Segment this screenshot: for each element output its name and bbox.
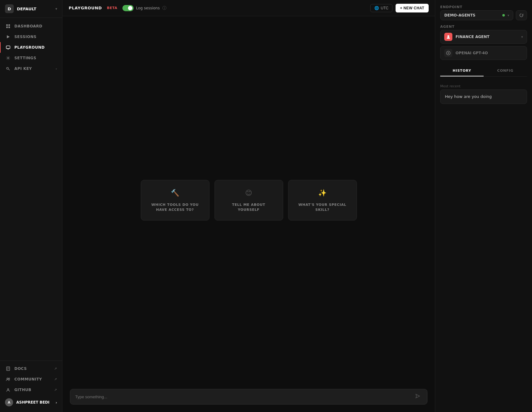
user-avatar: A: [5, 398, 13, 406]
playground-icon: [6, 45, 11, 50]
chat-input-wrap: [62, 384, 435, 412]
endpoint-section: ENDPOINT DEMO-AGENTS ▾: [440, 5, 527, 20]
toggle-switch[interactable]: [122, 5, 134, 11]
svg-point-11: [7, 389, 9, 390]
suggestion-card-skill[interactable]: ✨ WHAT'S YOUR SPECIAL SKILL?: [288, 180, 357, 221]
sidebar-item-settings[interactable]: SETTINGS: [0, 53, 62, 63]
sidebar-item-label: API KEY: [14, 66, 32, 71]
user-profile[interactable]: A ASHPREET BEDI ›: [0, 395, 62, 410]
skill-card-text: WHAT'S YOUR SPECIAL SKILL?: [295, 202, 350, 213]
tools-card-icon: 🔨: [171, 189, 179, 197]
endpoint-row: DEMO-AGENTS ▾: [440, 10, 527, 20]
endpoint-select[interactable]: DEMO-AGENTS ▾: [440, 10, 513, 20]
info-icon[interactable]: ⓘ: [162, 5, 166, 11]
sidebar-item-github[interactable]: GITHUB ↗: [0, 385, 62, 395]
community-icon: [6, 377, 11, 382]
svg-rect-0: [6, 24, 8, 26]
api-key-icon: [6, 66, 11, 71]
sidebar-item-dashboard[interactable]: DASHBOARD: [0, 21, 62, 32]
svg-marker-4: [7, 35, 10, 38]
log-sessions-label: Log sessions: [136, 6, 160, 10]
github-external-icon: ↗: [54, 388, 57, 392]
about-card-icon: 😊: [245, 189, 252, 197]
agent-name: FINANCE AGENT: [456, 35, 518, 39]
skill-card-icon: ✨: [318, 189, 327, 197]
docs-icon: [6, 366, 11, 371]
sidebar-item-api-key[interactable]: API KEY ›: [0, 63, 62, 74]
agent-icon: [444, 33, 452, 41]
svg-point-9: [7, 378, 8, 379]
suggestion-cards: 🔨 WHICH TOOLS DO YOU HAVE ACCESS TO? 😊 T…: [131, 180, 367, 221]
docs-external-icon: ↗: [54, 367, 57, 371]
globe-icon: 🌐: [374, 6, 379, 10]
endpoint-section-label: ENDPOINT: [440, 5, 527, 9]
sidebar-nav: DASHBOARD SESSIONS PLAYGROUND SETTINGS A…: [0, 18, 62, 361]
svg-rect-3: [8, 27, 10, 28]
sidebar-item-label: PLAYGROUND: [14, 45, 45, 50]
refresh-button[interactable]: [516, 10, 527, 20]
tab-config[interactable]: CONFIG: [484, 65, 527, 76]
svg-rect-5: [6, 46, 10, 49]
sidebar-bottom: DOCS ↗ COMMUNITY ↗ GITHUB ↗ A ASHPREET B…: [0, 361, 62, 412]
utc-button[interactable]: 🌐 UTC: [370, 4, 393, 12]
suggestion-card-about[interactable]: 😊 TELL ME ABOUT YOURSELF: [214, 180, 283, 221]
log-sessions-toggle[interactable]: Log sessions ⓘ: [122, 5, 166, 11]
tools-card-text: WHICH TOOLS DO YOU HAVE ACCESS TO?: [147, 202, 203, 213]
history-item[interactable]: Hey how are you doing: [440, 90, 527, 104]
sidebar-item-label: SETTINGS: [14, 56, 36, 60]
org-avatar: D: [5, 4, 14, 13]
sidebar-item-community[interactable]: COMMUNITY ↗: [0, 374, 62, 385]
panel-tabs: HISTORY CONFIG: [440, 65, 527, 77]
svg-point-12: [447, 35, 449, 37]
new-chat-button[interactable]: + NEW CHAT: [396, 4, 429, 12]
model-icon: [444, 49, 452, 57]
history-section: Most recent Hey how are you doing: [440, 81, 527, 104]
send-button[interactable]: [413, 393, 422, 400]
endpoint-name: DEMO-AGENTS: [444, 13, 500, 17]
topbar: PLAYGROUND BETA Log sessions ⓘ 🌐 UTC + N…: [62, 0, 435, 16]
github-icon: [6, 387, 11, 392]
utc-label: UTC: [381, 6, 389, 10]
svg-rect-1: [8, 24, 10, 26]
model-name: OPENAI GPT-4O: [456, 51, 488, 55]
topbar-right: 🌐 UTC + NEW CHAT: [370, 4, 429, 12]
agent-section: AGENT FINANCE AGENT ▾ OPENAI GPT-4O: [440, 25, 527, 60]
agent-section-label: AGENT: [440, 25, 527, 29]
dashboard-icon: [6, 24, 11, 29]
beta-badge: BETA: [107, 6, 117, 10]
sidebar-item-label: DOCS: [14, 366, 27, 371]
sessions-icon: [6, 34, 11, 39]
main-content: PLAYGROUND BETA Log sessions ⓘ 🌐 UTC + N…: [62, 0, 435, 412]
sidebar-item-label: COMMUNITY: [14, 377, 42, 381]
org-name: DEFAULT: [17, 7, 52, 11]
agent-select[interactable]: FINANCE AGENT ▾: [440, 30, 527, 44]
endpoint-chevron-icon: ▾: [507, 13, 509, 17]
user-name: ASHPREET BEDI: [16, 400, 52, 405]
sidebar-item-label: DASHBOARD: [14, 24, 42, 28]
sidebar: D DEFAULT ▾ DASHBOARD SESSIONS PLAYGROUN…: [0, 0, 62, 412]
user-arrow-icon: ›: [56, 400, 57, 405]
settings-icon: [6, 56, 11, 61]
model-select: OPENAI GPT-4O: [440, 46, 527, 60]
svg-point-6: [7, 57, 9, 59]
tab-history[interactable]: HISTORY: [440, 65, 484, 76]
chat-input-container: [70, 389, 427, 405]
svg-rect-2: [6, 27, 8, 28]
about-card-text: TELL ME ABOUT YOURSELF: [221, 202, 277, 213]
suggestion-card-tools[interactable]: 🔨 WHICH TOOLS DO YOU HAVE ACCESS TO?: [141, 180, 209, 221]
sidebar-item-label: GITHUB: [14, 388, 31, 392]
agent-chevron-icon: ▾: [521, 35, 523, 39]
org-header[interactable]: D DEFAULT ▾: [0, 0, 62, 18]
most-recent-label: Most recent: [440, 81, 527, 90]
sidebar-item-playground[interactable]: PLAYGROUND: [0, 42, 62, 53]
api-key-arrow-icon: ›: [56, 67, 57, 71]
org-chevron-icon: ▾: [55, 7, 57, 11]
right-panel: ENDPOINT DEMO-AGENTS ▾ AGENT: [435, 0, 532, 412]
sidebar-item-docs[interactable]: DOCS ↗: [0, 363, 62, 374]
svg-point-10: [8, 378, 10, 379]
sidebar-item-sessions[interactable]: SESSIONS: [0, 32, 62, 42]
community-external-icon: ↗: [54, 377, 57, 381]
online-status-dot: [502, 14, 505, 17]
chat-input[interactable]: [75, 395, 413, 399]
topbar-title: PLAYGROUND: [69, 6, 102, 10]
